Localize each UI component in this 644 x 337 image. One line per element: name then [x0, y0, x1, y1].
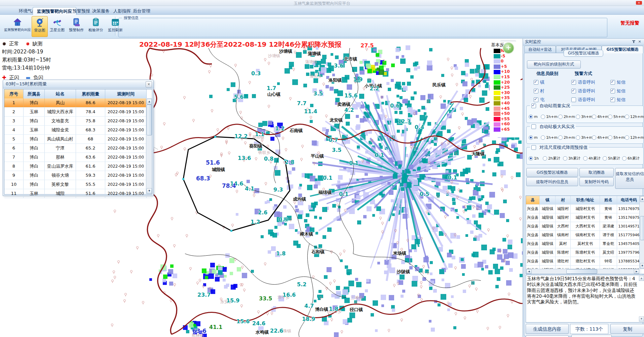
radio-5h+m[interactable]: 5h+m — [608, 134, 625, 140]
radio-1h+m[interactable]: 1h+m — [541, 134, 558, 140]
panel-tab-1[interactable]: 自动站+雷达 — [524, 46, 556, 53]
voice-preview-button[interactable]: 语音试听 — [526, 335, 569, 337]
radio-1h+m[interactable]: 1h+m — [541, 113, 558, 120]
voice-checkbox-村[interactable]: 语音呼叫 — [571, 87, 595, 94]
column-header[interactable]: 累积雨量 — [76, 89, 105, 98]
contact-row[interactable]: 兴业县城隍镇城隍村城隍村支书黄铸135176975 — [526, 213, 644, 222]
rain-window-close-icon[interactable]: × — [146, 81, 152, 87]
table-row[interactable]: 3博白文地姜充75.82022-08-19 15:00 — [4, 117, 152, 126]
radio-button[interactable] — [558, 115, 563, 119]
level-checkbox-屯[interactable]: 屯 — [534, 96, 544, 103]
scroll-left-icon[interactable]: ◀ — [526, 269, 532, 274]
radio-button[interactable] — [622, 156, 627, 161]
table-row[interactable]: 10博白英桥文黎55.52022-08-19 15:00 — [4, 180, 152, 189]
radio-button[interactable] — [563, 156, 567, 161]
wind-section-checkbox[interactable] — [531, 124, 536, 129]
radio-2h累计[interactable]: 2h累计 — [543, 155, 560, 161]
table-row[interactable]: 1博白凤山86.62022-08-19 15:00 — [4, 98, 152, 108]
table-row[interactable]: 5博白凤山镇凤山村682022-08-19 15:00 — [4, 135, 152, 144]
radio-4h+m[interactable]: 4h+m — [592, 113, 609, 120]
column-header[interactable]: 站名 — [45, 89, 76, 98]
radio-m[interactable]: m — [529, 113, 538, 120]
menu-tab-6[interactable]: 后台管理 — [127, 7, 156, 15]
scroll-right-icon[interactable]: ▶ — [634, 269, 639, 274]
panel-close-icon[interactable]: × — [637, 39, 642, 44]
toolbar-button-6[interactable]: 监控刷新 — [106, 16, 124, 36]
radio-4h累计[interactable]: 4h累计 — [583, 155, 601, 161]
radio-5h+m[interactable]: 5h+m — [608, 113, 625, 120]
radio-button[interactable] — [603, 156, 607, 161]
scroll-thumb[interactable] — [566, 269, 597, 274]
radio-button[interactable] — [541, 135, 545, 140]
radio-button[interactable] — [576, 115, 580, 119]
map-zoom-in-button[interactable]: + — [503, 42, 514, 54]
checkbox[interactable] — [534, 97, 538, 102]
table-row[interactable]: 2玉林城隍大西水库78.42022-08-19 15:00 — [4, 108, 152, 117]
contact-row[interactable]: 兴业县城隍镇陈塘村陈塘村支书莫文绍139775796 — [526, 248, 644, 257]
contact-row[interactable]: 兴业县城隍镇塘肚村塘肚村支书钟塔137885534 — [526, 257, 644, 266]
checkbox[interactable] — [610, 89, 615, 93]
checkbox[interactable] — [571, 97, 576, 102]
radio-3h+m[interactable]: 3h+m — [576, 113, 593, 120]
column-header[interactable]: 电话号码 — [617, 196, 641, 204]
column-header[interactable]: 县 — [526, 196, 540, 204]
selection-handle[interactable] — [182, 178, 184, 180]
radio-6h累计[interactable]: 6h累计 — [622, 155, 640, 161]
radio-button[interactable] — [625, 115, 629, 119]
checkbox[interactable] — [571, 89, 576, 93]
voice-checkbox-屯[interactable]: 语音呼叫 — [571, 96, 595, 103]
sms-checkbox-村[interactable]: 短信 — [610, 87, 626, 94]
table-row[interactable]: 11玉林城隍51.62022-08-19 15:00 — [4, 189, 152, 198]
model-section-checkbox[interactable] — [531, 145, 536, 150]
cancel-select-button[interactable]: 取消圈选 — [579, 168, 614, 177]
call-button[interactable]: 呼叫 — [571, 335, 612, 337]
toolbar-button-5[interactable]: 检验评分 — [87, 16, 105, 36]
checkbox[interactable] — [610, 80, 615, 85]
radio-button[interactable] — [576, 135, 580, 140]
voice-checkbox-镇[interactable]: 语音呼叫 — [571, 79, 595, 85]
level-checkbox-镇[interactable]: 镇 — [534, 79, 544, 85]
contact-row[interactable]: 兴业县城隍镇镇南村镇南村支书谭于模151775946 — [526, 231, 644, 240]
column-header[interactable]: 职务/地址 — [571, 196, 600, 204]
panel-tab-3[interactable]: GIS预警区域圈选 — [602, 46, 643, 53]
scroll-up-icon[interactable]: ▲ — [147, 99, 152, 104]
sms-checkbox-屯[interactable]: 短信 — [610, 96, 626, 103]
scroll-down-icon[interactable]: ▼ — [147, 188, 152, 194]
column-header[interactable]: 序号 — [4, 89, 24, 98]
selection-handle[interactable] — [214, 136, 216, 138]
table-row[interactable]: 9博白顿谷大塘59.32022-08-19 15:00 — [4, 171, 152, 180]
toolbar-button-2[interactable]: 雷达图 — [32, 16, 48, 37]
toolbar-button-4[interactable]: 预警制作 — [67, 16, 85, 36]
window-close-icon[interactable]: × — [636, 1, 642, 5]
table-row[interactable]: 8博白亚山温罗水库61.62022-08-19 15:00 — [4, 162, 152, 171]
radio-3h累计[interactable]: 3h累计 — [563, 155, 580, 161]
gis-select-button[interactable]: GIS预警区域圈选 — [526, 168, 578, 177]
level-checkbox-村[interactable]: 村 — [534, 87, 544, 94]
column-header[interactable]: 所属县 — [24, 89, 45, 98]
radio-12h+m[interactable]: 12h+m — [625, 113, 644, 120]
scroll-up-icon[interactable]: ▲ — [639, 276, 644, 281]
radio-button[interactable] — [543, 156, 547, 161]
radio-button[interactable] — [529, 115, 533, 119]
contacts-vscrollbar[interactable]: ▲ ▼ — [639, 196, 644, 269]
extract-sms-button[interactable]: 提取发短信的信息员 — [615, 168, 644, 189]
extract-call-button[interactable]: 提取呼叫的信息员 — [526, 177, 578, 186]
scroll-down-icon[interactable]: ▼ — [640, 263, 644, 269]
radio-button[interactable] — [529, 135, 533, 140]
radio-button[interactable] — [592, 135, 596, 140]
radio-button[interactable] — [592, 115, 596, 119]
column-header[interactable]: 姓名 — [600, 196, 617, 204]
table-row[interactable]: 6博白宁潭65.22022-08-19 15:00 — [4, 144, 152, 153]
contacts-hscrollbar[interactable]: ◀ ▶ — [526, 269, 640, 274]
toolbar-button-1[interactable]: 监测预警靶向叫应 — [1, 16, 34, 36]
column-header[interactable]: 村 — [556, 196, 571, 204]
radio-button[interactable] — [608, 135, 612, 140]
table-row[interactable]: 7博白那林63.62022-08-19 15:00 — [4, 153, 152, 162]
radio-button[interactable] — [541, 115, 545, 119]
column-header[interactable]: 观测时间 — [105, 89, 147, 98]
rain-section-checkbox[interactable] — [531, 103, 536, 108]
radio-m[interactable]: m — [529, 134, 538, 140]
contact-row[interactable]: 兴业县城隍镇大西村大西村支书梁泽建130149571 — [526, 222, 644, 231]
radio-button[interactable] — [583, 156, 588, 161]
contact-row[interactable]: 兴业县城隍镇莫村莫村支书覃金乾134575405 — [526, 240, 644, 248]
